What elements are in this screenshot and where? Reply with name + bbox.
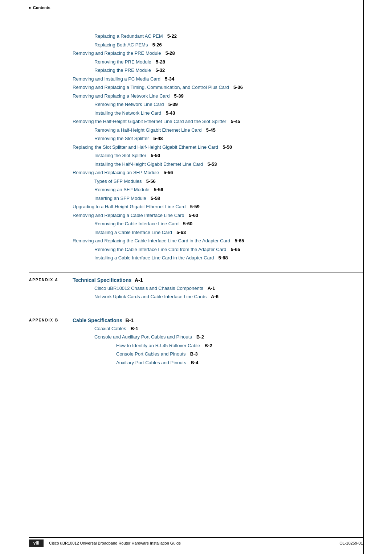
toc-link[interactable]: Installing a Cable Interface Line Card [94,229,172,236]
list-item: How to Identify an RJ-45 Rollover Cable … [116,342,363,349]
toc-link[interactable]: Removing and Replacing a Cable Interface… [73,212,184,219]
toc-link[interactable]: Replacing the Slot Splitter and Half-Hei… [73,144,218,151]
appendix-a-page: A-1 [135,277,143,283]
toc-link[interactable]: How to Identify an RJ-45 Rollover Cable [116,342,200,349]
toc-link[interactable]: Coaxial Cables [94,325,126,332]
toc-link[interactable]: Installing the Half-Height Gigabit Ether… [94,161,203,168]
toc-page: 5-45 [228,118,240,125]
toc-link[interactable]: Auxiliary Port Cables and Pinouts [116,359,186,366]
toc-page: A-6 [208,293,219,300]
toc-link[interactable]: Upgrading to a Half-Height Gigabit Ether… [73,203,185,210]
toc-page: 5-39 [171,93,183,100]
list-item: Console and Auxiliary Port Cables and Pi… [94,333,363,341]
toc-link[interactable]: Removing the Network Line Card [94,101,164,108]
appendix-b-title-row: Cable Specifications B-1 [73,317,363,323]
list-item: Installing the Network Line Card 5-43 [94,110,363,117]
list-item: Removing the Slot Splitter 5-48 [94,135,363,142]
footer-top-line [29,537,363,538]
toc-link[interactable]: Removing and Installing a PC Media Card [73,75,160,83]
toc-page: 5-48 [151,135,163,142]
toc-page: 5-60 [186,212,198,219]
footer-left: viii Cisco uBR10012 Universal Broadband … [29,539,181,547]
list-item: Removing and Replacing a Cable Interface… [73,212,363,219]
toc-page: 5-56 [151,186,163,193]
toc-link[interactable]: Removing the Half-Height Gigabit Etherne… [73,118,226,125]
toc-link[interactable]: Replacing Both AC PEMs [94,41,148,49]
toc-link[interactable]: Removing the Slot Splitter [94,135,149,142]
list-item: Replacing the PRE Module 5-32 [94,67,363,74]
list-item: Removing the Cable Interface Line Card f… [94,246,363,253]
list-item: Removing and Replacing a Network Line Ca… [73,93,363,100]
list-item: Removing and Replacing an SFP Module 5-5… [73,169,363,176]
toc-link[interactable]: Installing a Cable Interface Line Card i… [94,254,214,262]
toc-link[interactable]: Removing and Replacing the Cable Interfa… [73,237,230,245]
footer-page-number: viii [29,539,44,547]
appendix-b-label-text: APPENDIX B [29,318,58,322]
toc-link[interactable]: Removing and Replacing a Timing, Communi… [73,84,229,91]
list-item: Types of SFP Modules 5-56 [94,178,363,185]
toc-page: 5-53 [205,161,217,168]
toc-link[interactable]: Removing the Cable Interface Line Card f… [94,246,226,253]
toc-page: B-2 [202,342,212,349]
list-item: Removing the PRE Module 5-28 [94,58,363,66]
toc-page: 5-60 [180,220,192,227]
top-border [29,11,363,11]
toc-link[interactable]: Network Uplink Cards and Cable Interface… [94,293,207,300]
appendix-a-title[interactable]: Technical Specifications [73,277,131,283]
appendix-a-section: APPENDIX A Technical Specifications A-1 … [29,272,363,302]
toc-link[interactable]: Inserting an SFP Module [94,195,146,202]
appendix-a-content: Technical Specifications A-1 Cisco uBR10… [73,277,363,302]
toc-link[interactable]: Removing a Half-Height Gigabit Ethernet … [94,127,202,134]
toc-page: 5-36 [231,84,243,91]
toc-link[interactable]: Removing and Replacing an SFP Module [73,169,159,176]
toc-page: 5-56 [161,169,173,176]
toc-page: A-1 [205,285,215,292]
list-item: Replacing Both AC PEMs 5-26 [94,41,363,49]
toc-link[interactable]: Removing the Cable Interface Line Card [94,220,179,227]
toc-link[interactable]: Console and Auxiliary Port Cables and Pi… [94,333,192,341]
toc-page: 5-28 [163,50,175,57]
list-item: Inserting an SFP Module 5-58 [94,195,363,202]
header-text: Contents [33,5,50,10]
toc-link[interactable]: Replacing the PRE Module [94,67,151,74]
toc-page: B-3 [188,350,198,358]
list-item: Removing and Replacing the Cable Interfa… [73,237,363,245]
list-item: Console Port Cables and Pinouts B-3 [116,350,363,358]
list-item: Removing an SFP Module 5-56 [94,186,363,193]
right-border [363,0,364,554]
toc-page: B-2 [194,333,204,341]
toc-entries: Replacing a Redundant AC PEM 5-22 Replac… [29,33,363,262]
appendix-b-title[interactable]: Cable Specifications [73,317,122,323]
toc-link[interactable]: Replacing a Redundant AC PEM [94,33,163,40]
toc-link[interactable]: Removing and Replacing a Network Line Ca… [73,93,170,100]
appendix-b-content: Cable Specifications B-1 Coaxial Cables … [73,317,363,368]
list-item: Removing the Half-Height Gigabit Etherne… [73,118,363,125]
appendix-a-label-text: APPENDIX A [29,278,58,282]
toc-link[interactable]: Types of SFP Modules [94,178,142,185]
toc-page: 5-45 [204,127,216,134]
toc-link[interactable]: Removing the PRE Module [94,58,151,66]
toc-page: B-4 [188,359,198,366]
toc-page: 5-50 [148,152,160,159]
footer-doc-title: Cisco uBR10012 Universal Broadband Route… [49,541,181,545]
list-item: Network Uplink Cards and Cable Interface… [94,293,363,300]
toc-link[interactable]: Installing the Slot Splitter [94,152,146,159]
toc-page: 5-58 [148,195,160,202]
list-item: Cisco uBR10012 Chassis and Chassis Compo… [94,285,363,292]
toc-page: 5-63 [174,229,186,236]
list-item: Removing and Replacing a Timing, Communi… [73,84,363,91]
list-item: Removing and Replacing the PRE Module 5-… [73,50,363,57]
toc-link[interactable]: Installing the Network Line Card [94,110,161,117]
list-item: Removing a Half-Height Gigabit Ethernet … [94,127,363,134]
toc-link[interactable]: Cisco uBR10012 Chassis and Chassis Compo… [94,285,203,292]
toc-link[interactable]: Removing an SFP Module [94,186,150,193]
toc-page: 5-32 [153,67,165,74]
list-item: Coaxial Cables B-1 [94,325,363,332]
toc-link[interactable]: Removing and Replacing the PRE Module [73,50,161,57]
list-item: Removing the Network Line Card 5-39 [94,101,363,108]
toc-page: 5-65 [228,246,240,253]
appendix-a-label: APPENDIX A [29,277,73,302]
toc-link[interactable]: Console Port Cables and Pinouts [116,350,186,358]
toc-page: 5-22 [165,33,177,40]
list-item: Replacing a Redundant AC PEM 5-22 [94,33,363,40]
